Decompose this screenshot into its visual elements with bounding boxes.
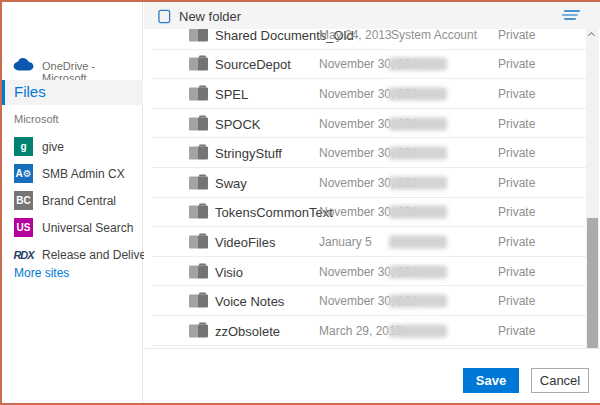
table-row[interactable]: SourceDepotNovember 30, 201Private — [144, 50, 586, 80]
table-row[interactable]: SPOCKNovember 30, 201Private — [144, 109, 586, 139]
sharing-status: Private — [498, 87, 535, 101]
cancel-button[interactable]: Cancel — [531, 368, 589, 393]
table-row[interactable]: Voice NotesNovember 30, 201Private — [144, 286, 586, 316]
new-folder-button[interactable]: New folder — [158, 6, 241, 26]
site-label: give — [42, 140, 64, 154]
site-tile-icon: g — [14, 137, 33, 156]
sidebar-item-brand-central[interactable]: BCBrand Central — [14, 187, 139, 214]
modified-by-redacted — [389, 87, 447, 100]
sidebar-section-label: Microsoft — [14, 113, 59, 125]
folder-name: TokensCommonText — [215, 205, 333, 220]
folder-name: Sway — [215, 175, 247, 190]
selected-indicator — [2, 80, 5, 105]
files-label: Files — [14, 83, 46, 100]
sidebar-item-release-and-delivery[interactable]: RDXRelease and Delivery — [14, 241, 139, 268]
more-sites-link[interactable]: More sites — [14, 266, 69, 280]
new-folder-label: New folder — [179, 9, 241, 24]
modified-by-redacted — [389, 206, 447, 219]
modified-by-redacted — [389, 117, 447, 130]
modified-by-redacted — [389, 176, 447, 189]
content-pane: New folder Shared Documents_OldMay 24, 2… — [144, 2, 600, 403]
sites-list: ggiveA⚙SMB Admin CXBCBrand CentralUSUniv… — [14, 133, 139, 268]
sharing-status: Private — [498, 176, 535, 190]
sharing-status: Private — [498, 324, 535, 338]
folder-name: StringyStuff — [215, 146, 282, 161]
sharing-status: Private — [498, 265, 535, 279]
scroll-up-icon[interactable] — [589, 33, 595, 39]
new-folder-icon — [158, 9, 171, 24]
folder-icon — [189, 235, 208, 248]
scrollbar[interactable] — [586, 28, 599, 370]
modified-by: System Account — [391, 29, 477, 42]
sharing-status: Private — [498, 235, 535, 249]
toolbar: New folder — [144, 2, 600, 29]
site-label: Universal Search — [42, 221, 133, 235]
table-row[interactable]: StringyStuffNovember 30, 201Private — [144, 138, 586, 168]
folder-icon — [189, 176, 208, 189]
sidebar-item-universal-search[interactable]: USUniversal Search — [14, 214, 139, 241]
folder-name: Voice Notes — [215, 294, 284, 309]
site-tile-icon: US — [14, 218, 33, 237]
site-tile-icon: A⚙ — [14, 164, 33, 183]
folder-name: VideoFiles — [215, 234, 275, 249]
modified-by-redacted — [389, 235, 447, 248]
table-row[interactable]: zzObsoleteMarch 29, 2015Private — [144, 316, 586, 346]
save-button[interactable]: Save — [463, 368, 519, 393]
folder-name: SPOCK — [215, 116, 261, 131]
folder-name: Visio — [215, 264, 243, 279]
folder-icon — [189, 117, 208, 130]
sidebar-item-smb-admin-cx[interactable]: A⚙SMB Admin CX — [14, 160, 139, 187]
table-row[interactable]: VisioNovember 30, 201Private — [144, 257, 586, 287]
folder-list: Shared Documents_OldMay 24, 2013System A… — [144, 29, 586, 350]
folder-picker-dialog: OneDrive - Microsoft Files Microsoft ggi… — [0, 0, 600, 405]
sharing-status: Private — [498, 294, 535, 308]
sidebar-item-files[interactable]: Files — [2, 80, 143, 105]
folder-icon — [189, 265, 208, 278]
modified-date: January 5 — [319, 235, 372, 249]
sidebar-item-give[interactable]: ggive — [14, 133, 139, 160]
sharing-status: Private — [498, 29, 535, 42]
folder-icon — [189, 206, 208, 219]
sharing-status: Private — [498, 57, 535, 71]
sidebar: OneDrive - Microsoft Files Microsoft ggi… — [2, 2, 143, 403]
modified-by-redacted — [389, 58, 447, 71]
modified-by-redacted — [389, 324, 447, 337]
folder-name: SourceDepot — [215, 57, 291, 72]
table-row[interactable]: SPELNovember 30, 201Private — [144, 79, 586, 109]
sharing-status: Private — [498, 205, 535, 219]
modified-date: May 24, 2013 — [319, 29, 392, 42]
site-label: Brand Central — [42, 194, 116, 208]
folder-icon — [189, 29, 208, 41]
table-row[interactable]: SwayNovember 30, 201Private — [144, 168, 586, 198]
table-row[interactable]: VideoFilesJanuary 5Private — [144, 227, 586, 257]
sort-menu-icon[interactable] — [562, 10, 580, 22]
folder-icon — [189, 324, 208, 337]
site-label: SMB Admin CX — [42, 167, 125, 181]
onedrive-cloud-icon — [12, 55, 38, 73]
sharing-status: Private — [498, 146, 535, 160]
site-label: Release and Delivery — [42, 248, 156, 262]
folder-name: zzObsolete — [215, 323, 280, 338]
modified-by-redacted — [389, 147, 447, 160]
table-row[interactable]: Shared Documents_OldMay 24, 2013System A… — [144, 29, 586, 50]
folder-icon — [189, 147, 208, 160]
folder-name: SPEL — [215, 86, 248, 101]
folder-icon — [189, 87, 208, 100]
row-divider — [152, 345, 586, 346]
table-row[interactable]: TokensCommonTextNovember 30, 201Private — [144, 198, 586, 228]
scrollbar-thumb[interactable] — [587, 218, 598, 354]
site-tile-icon: BC — [14, 191, 33, 210]
modified-by-redacted — [389, 265, 447, 278]
dialog-footer: Save Cancel — [144, 348, 600, 403]
folder-icon — [189, 295, 208, 308]
modified-by-redacted — [389, 295, 447, 308]
site-tile-icon: RDX — [14, 245, 33, 264]
folder-icon — [189, 58, 208, 71]
sharing-status: Private — [498, 117, 535, 131]
